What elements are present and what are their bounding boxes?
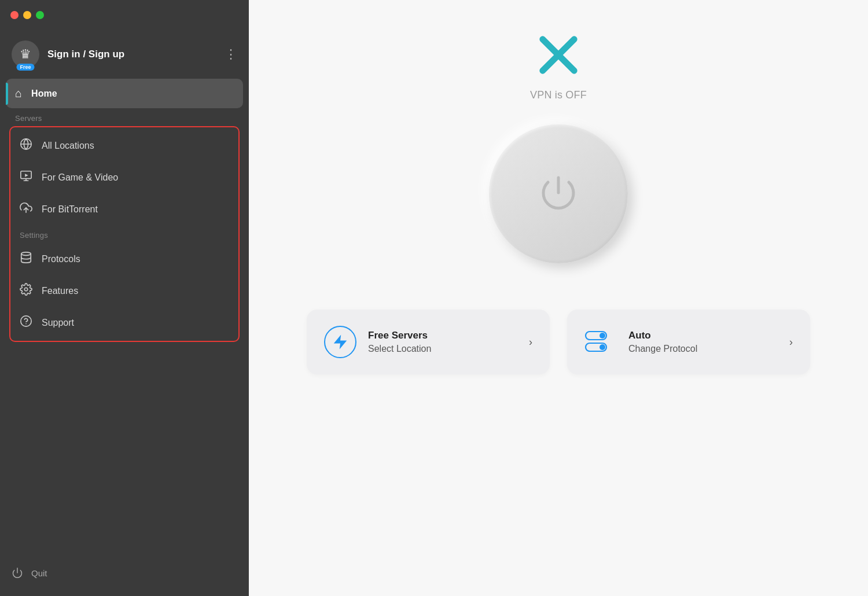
- avatar: ♛ Free: [12, 41, 39, 68]
- free-servers-text: Free Servers Select Location: [368, 330, 517, 354]
- traffic-lights: [10, 11, 44, 19]
- power-button[interactable]: [489, 124, 628, 263]
- free-servers-icon-circle: [324, 326, 356, 358]
- gear-icon: [20, 283, 32, 299]
- help-icon: [20, 315, 32, 330]
- sidebar: ♛ Free Sign in / Sign up ⋮ ⌂ Home Server…: [0, 0, 249, 596]
- home-label: Home: [31, 89, 57, 99]
- play-icon: [20, 170, 32, 185]
- free-servers-title: Free Servers: [368, 330, 517, 341]
- user-name[interactable]: Sign in / Sign up: [47, 49, 216, 60]
- nav-section: ⌂ Home Servers All Locations: [0, 79, 249, 555]
- svg-point-8: [24, 288, 28, 291]
- sidebar-item-features[interactable]: Features: [10, 275, 238, 307]
- auto-protocol-subtitle: Change Protocol: [628, 344, 697, 354]
- vpn-status: VPN is OFF: [530, 89, 587, 101]
- svg-marker-3: [25, 174, 28, 177]
- sidebar-item-game-video[interactable]: For Game & Video: [10, 161, 238, 193]
- sidebar-item-protocols[interactable]: Protocols: [10, 243, 238, 275]
- auto-protocol-text: Auto Change Protocol: [628, 330, 778, 354]
- user-section[interactable]: ♛ Free Sign in / Sign up ⋮: [0, 30, 249, 79]
- game-video-label: For Game & Video: [42, 172, 118, 183]
- svg-point-7: [21, 252, 31, 256]
- globe-icon: [20, 138, 32, 153]
- auto-protocol-icon: [584, 326, 617, 358]
- features-label: Features: [42, 286, 78, 296]
- main-inner: VPN is OFF Free Servers Select Location: [249, 0, 868, 596]
- sidebar-item-support[interactable]: Support: [10, 307, 238, 339]
- menu-dots-button[interactable]: ⋮: [225, 47, 237, 62]
- sidebar-item-bittorrent[interactable]: For BitTorrent: [10, 193, 238, 225]
- quit-button[interactable]: Quit: [0, 555, 249, 596]
- lightning-icon: [332, 333, 349, 351]
- auto-protocol-arrow: ›: [789, 336, 793, 348]
- servers-box: All Locations For Game & Video: [9, 126, 240, 342]
- power-off-icon: [12, 567, 23, 579]
- settings-section-label: Settings: [10, 225, 238, 243]
- crown-icon: ♛: [20, 47, 31, 62]
- power-icon: [535, 171, 582, 217]
- auto-protocol-title: Auto: [628, 330, 778, 341]
- svg-point-9: [21, 316, 31, 326]
- titlebar: [0, 0, 249, 30]
- home-icon: ⌂: [15, 87, 22, 100]
- free-servers-subtitle: Select Location: [368, 344, 431, 354]
- bottom-cards: Free Servers Select Location ›: [249, 310, 868, 398]
- sidebar-item-home[interactable]: ⌂ Home: [6, 79, 243, 108]
- svg-point-18: [599, 344, 605, 350]
- servers-section-label: Servers: [6, 108, 243, 126]
- upload-icon: [20, 201, 32, 217]
- app-logo: [535, 35, 582, 78]
- quit-label: Quit: [31, 568, 47, 578]
- fullscreen-button[interactable]: [36, 11, 44, 19]
- toggle-icon: [584, 330, 617, 354]
- close-button[interactable]: [10, 11, 19, 19]
- free-badge: Free: [16, 64, 34, 71]
- free-servers-card[interactable]: Free Servers Select Location ›: [307, 310, 550, 374]
- all-locations-label: All Locations: [42, 141, 94, 151]
- svg-point-16: [599, 333, 605, 339]
- bittorrent-label: For BitTorrent: [42, 204, 98, 215]
- minimize-button[interactable]: [23, 11, 31, 19]
- sidebar-item-all-locations[interactable]: All Locations: [10, 130, 238, 161]
- free-servers-arrow: ›: [529, 336, 532, 348]
- main-content: VPN is OFF Free Servers Select Location: [249, 0, 868, 596]
- support-label: Support: [42, 318, 74, 328]
- protocols-icon: [20, 251, 32, 267]
- auto-protocol-card[interactable]: Auto Change Protocol ›: [567, 310, 810, 374]
- protocols-label: Protocols: [42, 254, 80, 264]
- svg-marker-14: [334, 335, 347, 349]
